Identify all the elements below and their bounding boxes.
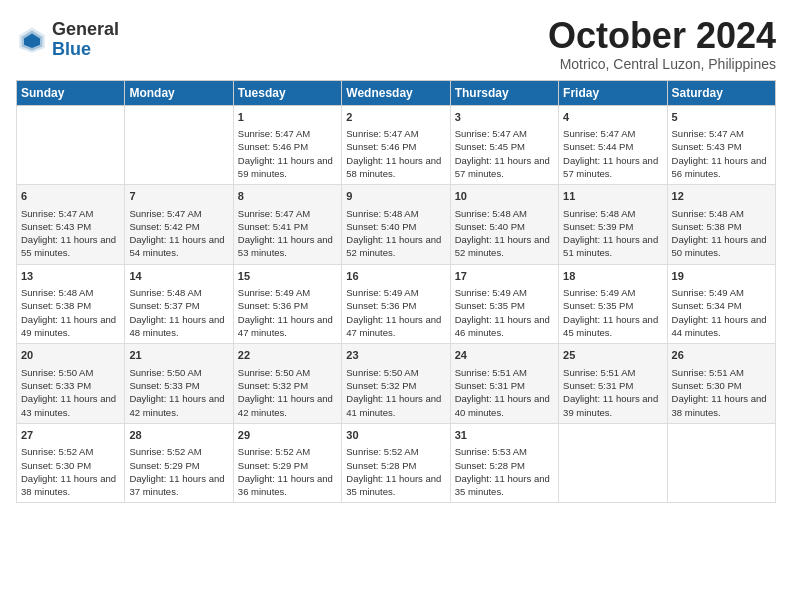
- day-number: 11: [563, 189, 662, 204]
- day-info: Sunrise: 5:50 AMSunset: 5:33 PMDaylight:…: [21, 366, 120, 419]
- calendar-cell: 22Sunrise: 5:50 AMSunset: 5:32 PMDayligh…: [233, 344, 341, 424]
- day-number: 14: [129, 269, 228, 284]
- day-info: Sunrise: 5:50 AMSunset: 5:32 PMDaylight:…: [238, 366, 337, 419]
- column-header-friday: Friday: [559, 80, 667, 105]
- day-info: Sunrise: 5:50 AMSunset: 5:33 PMDaylight:…: [129, 366, 228, 419]
- day-info: Sunrise: 5:52 AMSunset: 5:30 PMDaylight:…: [21, 445, 120, 498]
- day-number: 19: [672, 269, 771, 284]
- day-info: Sunrise: 5:49 AMSunset: 5:36 PMDaylight:…: [346, 286, 445, 339]
- day-number: 28: [129, 428, 228, 443]
- column-header-tuesday: Tuesday: [233, 80, 341, 105]
- calendar-cell: 24Sunrise: 5:51 AMSunset: 5:31 PMDayligh…: [450, 344, 558, 424]
- calendar-cell: 9Sunrise: 5:48 AMSunset: 5:40 PMDaylight…: [342, 185, 450, 265]
- week-row-5: 27Sunrise: 5:52 AMSunset: 5:30 PMDayligh…: [17, 423, 776, 503]
- week-row-4: 20Sunrise: 5:50 AMSunset: 5:33 PMDayligh…: [17, 344, 776, 424]
- day-info: Sunrise: 5:51 AMSunset: 5:31 PMDaylight:…: [455, 366, 554, 419]
- day-number: 23: [346, 348, 445, 363]
- day-number: 16: [346, 269, 445, 284]
- calendar-table: SundayMondayTuesdayWednesdayThursdayFrid…: [16, 80, 776, 504]
- calendar-cell: 28Sunrise: 5:52 AMSunset: 5:29 PMDayligh…: [125, 423, 233, 503]
- day-number: 30: [346, 428, 445, 443]
- calendar-cell: 31Sunrise: 5:53 AMSunset: 5:28 PMDayligh…: [450, 423, 558, 503]
- day-number: 2: [346, 110, 445, 125]
- day-number: 24: [455, 348, 554, 363]
- day-info: Sunrise: 5:51 AMSunset: 5:30 PMDaylight:…: [672, 366, 771, 419]
- calendar-cell: 19Sunrise: 5:49 AMSunset: 5:34 PMDayligh…: [667, 264, 775, 344]
- calendar-cell: 29Sunrise: 5:52 AMSunset: 5:29 PMDayligh…: [233, 423, 341, 503]
- day-info: Sunrise: 5:47 AMSunset: 5:46 PMDaylight:…: [238, 127, 337, 180]
- calendar-cell: 14Sunrise: 5:48 AMSunset: 5:37 PMDayligh…: [125, 264, 233, 344]
- header-row: SundayMondayTuesdayWednesdayThursdayFrid…: [17, 80, 776, 105]
- day-number: 15: [238, 269, 337, 284]
- day-info: Sunrise: 5:47 AMSunset: 5:46 PMDaylight:…: [346, 127, 445, 180]
- day-number: 20: [21, 348, 120, 363]
- calendar-cell: 6Sunrise: 5:47 AMSunset: 5:43 PMDaylight…: [17, 185, 125, 265]
- calendar-cell: 21Sunrise: 5:50 AMSunset: 5:33 PMDayligh…: [125, 344, 233, 424]
- column-header-sunday: Sunday: [17, 80, 125, 105]
- day-number: 22: [238, 348, 337, 363]
- day-info: Sunrise: 5:47 AMSunset: 5:43 PMDaylight:…: [21, 207, 120, 260]
- day-info: Sunrise: 5:52 AMSunset: 5:29 PMDaylight:…: [129, 445, 228, 498]
- calendar-cell: 27Sunrise: 5:52 AMSunset: 5:30 PMDayligh…: [17, 423, 125, 503]
- calendar-cell: 20Sunrise: 5:50 AMSunset: 5:33 PMDayligh…: [17, 344, 125, 424]
- day-number: 3: [455, 110, 554, 125]
- location: Motrico, Central Luzon, Philippines: [548, 56, 776, 72]
- day-number: 7: [129, 189, 228, 204]
- day-number: 13: [21, 269, 120, 284]
- day-info: Sunrise: 5:48 AMSunset: 5:37 PMDaylight:…: [129, 286, 228, 339]
- column-header-saturday: Saturday: [667, 80, 775, 105]
- day-number: 25: [563, 348, 662, 363]
- calendar-cell: 16Sunrise: 5:49 AMSunset: 5:36 PMDayligh…: [342, 264, 450, 344]
- calendar-cell: 1Sunrise: 5:47 AMSunset: 5:46 PMDaylight…: [233, 105, 341, 185]
- day-number: 8: [238, 189, 337, 204]
- day-info: Sunrise: 5:52 AMSunset: 5:28 PMDaylight:…: [346, 445, 445, 498]
- day-info: Sunrise: 5:48 AMSunset: 5:40 PMDaylight:…: [346, 207, 445, 260]
- day-info: Sunrise: 5:47 AMSunset: 5:44 PMDaylight:…: [563, 127, 662, 180]
- calendar-cell: 2Sunrise: 5:47 AMSunset: 5:46 PMDaylight…: [342, 105, 450, 185]
- calendar-cell: [125, 105, 233, 185]
- column-header-wednesday: Wednesday: [342, 80, 450, 105]
- day-info: Sunrise: 5:48 AMSunset: 5:39 PMDaylight:…: [563, 207, 662, 260]
- day-info: Sunrise: 5:49 AMSunset: 5:34 PMDaylight:…: [672, 286, 771, 339]
- calendar-cell: 25Sunrise: 5:51 AMSunset: 5:31 PMDayligh…: [559, 344, 667, 424]
- calendar-cell: 8Sunrise: 5:47 AMSunset: 5:41 PMDaylight…: [233, 185, 341, 265]
- day-info: Sunrise: 5:49 AMSunset: 5:35 PMDaylight:…: [455, 286, 554, 339]
- logo-icon: [16, 24, 48, 56]
- day-number: 1: [238, 110, 337, 125]
- month-title: October 2024: [548, 16, 776, 56]
- title-block: October 2024 Motrico, Central Luzon, Phi…: [548, 16, 776, 72]
- calendar-cell: 15Sunrise: 5:49 AMSunset: 5:36 PMDayligh…: [233, 264, 341, 344]
- day-number: 21: [129, 348, 228, 363]
- week-row-1: 1Sunrise: 5:47 AMSunset: 5:46 PMDaylight…: [17, 105, 776, 185]
- day-info: Sunrise: 5:48 AMSunset: 5:38 PMDaylight:…: [672, 207, 771, 260]
- day-number: 31: [455, 428, 554, 443]
- calendar-cell: 10Sunrise: 5:48 AMSunset: 5:40 PMDayligh…: [450, 185, 558, 265]
- calendar-cell: [17, 105, 125, 185]
- week-row-3: 13Sunrise: 5:48 AMSunset: 5:38 PMDayligh…: [17, 264, 776, 344]
- day-info: Sunrise: 5:49 AMSunset: 5:35 PMDaylight:…: [563, 286, 662, 339]
- logo: General Blue: [16, 20, 119, 60]
- calendar-cell: [667, 423, 775, 503]
- day-number: 17: [455, 269, 554, 284]
- logo-blue: Blue: [52, 40, 119, 60]
- day-number: 9: [346, 189, 445, 204]
- day-info: Sunrise: 5:47 AMSunset: 5:41 PMDaylight:…: [238, 207, 337, 260]
- calendar-cell: 5Sunrise: 5:47 AMSunset: 5:43 PMDaylight…: [667, 105, 775, 185]
- calendar-cell: 18Sunrise: 5:49 AMSunset: 5:35 PMDayligh…: [559, 264, 667, 344]
- column-header-monday: Monday: [125, 80, 233, 105]
- calendar-cell: 4Sunrise: 5:47 AMSunset: 5:44 PMDaylight…: [559, 105, 667, 185]
- calendar-cell: 26Sunrise: 5:51 AMSunset: 5:30 PMDayligh…: [667, 344, 775, 424]
- calendar-cell: 7Sunrise: 5:47 AMSunset: 5:42 PMDaylight…: [125, 185, 233, 265]
- week-row-2: 6Sunrise: 5:47 AMSunset: 5:43 PMDaylight…: [17, 185, 776, 265]
- day-number: 4: [563, 110, 662, 125]
- day-info: Sunrise: 5:48 AMSunset: 5:40 PMDaylight:…: [455, 207, 554, 260]
- calendar-cell: [559, 423, 667, 503]
- day-number: 10: [455, 189, 554, 204]
- day-info: Sunrise: 5:47 AMSunset: 5:43 PMDaylight:…: [672, 127, 771, 180]
- calendar-cell: 11Sunrise: 5:48 AMSunset: 5:39 PMDayligh…: [559, 185, 667, 265]
- day-info: Sunrise: 5:50 AMSunset: 5:32 PMDaylight:…: [346, 366, 445, 419]
- day-number: 12: [672, 189, 771, 204]
- day-info: Sunrise: 5:51 AMSunset: 5:31 PMDaylight:…: [563, 366, 662, 419]
- day-number: 18: [563, 269, 662, 284]
- calendar-cell: 13Sunrise: 5:48 AMSunset: 5:38 PMDayligh…: [17, 264, 125, 344]
